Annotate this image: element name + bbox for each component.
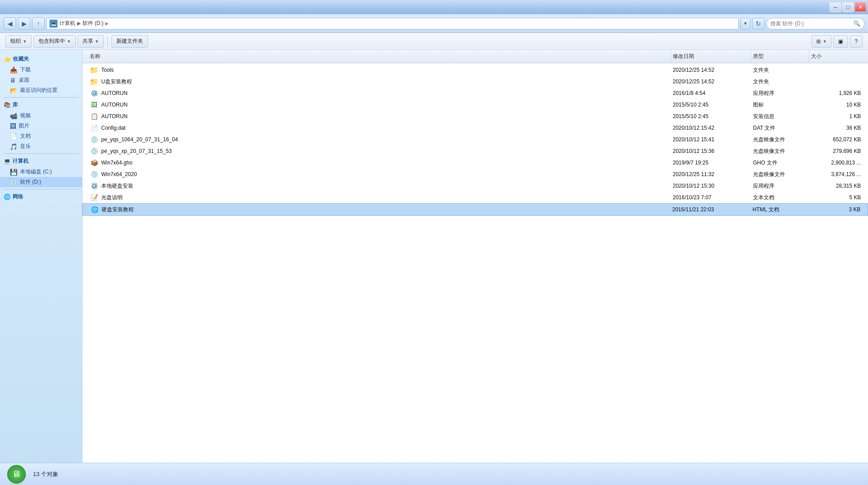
sidebar-videos-label: 视频 <box>20 112 31 119</box>
toolbar-include-button[interactable]: 包含到库中 ▼ <box>33 35 76 48</box>
sidebar-item-desktop[interactable]: 🖥 桌面 <box>0 75 82 85</box>
file-type-cell: 图标 <box>751 100 809 110</box>
back-button[interactable]: ◀ <box>4 17 16 30</box>
file-date-cell: 2015/5/10 2:45 <box>671 100 751 109</box>
sidebar-item-videos[interactable]: 📹 视频 <box>0 111 82 121</box>
sidebar-documents-label: 文档 <box>20 132 31 140</box>
file-type-cell: 文本文档 <box>751 193 809 203</box>
file-date-cell: 2016/10/23 7:07 <box>671 193 751 202</box>
sidebar-section-computer: 💻 计算机 💾 本地磁盘 (C:) 💿 软件 (D:) <box>0 156 82 187</box>
toolbar-newfolder-button[interactable]: 新建文件夹 <box>111 35 148 48</box>
sidebar-header-network[interactable]: 🌐 网络 <box>0 191 82 202</box>
file-name: AUTORUN <box>101 102 128 108</box>
sidebar-item-music[interactable]: 🎵 音乐 <box>0 141 82 152</box>
file-name-cell: 📄 Config.dat <box>88 122 671 134</box>
file-row[interactable]: 📝 光盘说明 2016/10/23 7:07 文本文档 5 KB <box>82 192 868 203</box>
file-icon: 📁 <box>90 77 99 86</box>
file-row[interactable]: 📋 AUTORUN 2015/5/10 2:45 安装信息 1 KB <box>82 111 868 122</box>
sidebar-item-downloads[interactable]: 📥 下载 <box>0 65 82 75</box>
library-icon: 📚 <box>4 102 11 108</box>
toolbar-organize-button[interactable]: 组织 ▼ <box>5 35 32 48</box>
sidebar-downloads-label: 下载 <box>20 66 31 74</box>
file-name-cell: 💿 Win7x64_2020 <box>88 169 671 180</box>
sidebar-header-computer[interactable]: 💻 计算机 <box>0 156 82 167</box>
toolbar-organize-label: 组织 <box>10 37 21 45</box>
file-icon: 💿 <box>90 147 99 156</box>
sidebar-computer-label: 计算机 <box>12 157 29 165</box>
file-size-cell: 5 KB <box>809 193 863 202</box>
sidebar-header-favorites[interactable]: ⭐ 收藏夹 <box>0 53 82 65</box>
file-icon: 🖼 <box>90 100 99 109</box>
sidebar-header-library[interactable]: 📚 库 <box>0 99 82 111</box>
file-name-cell: 📝 光盘说明 <box>88 192 671 203</box>
file-row[interactable]: 📦 Win7x64.gho 2019/9/7 19:25 GHO 文件 2,90… <box>82 157 868 169</box>
computer-icon: 💻 <box>4 158 11 164</box>
col-size[interactable]: 大小 <box>809 50 863 63</box>
music-icon: 🎵 <box>10 143 17 150</box>
search-input[interactable] <box>770 21 852 27</box>
sidebar-item-documents[interactable]: 📄 文档 <box>0 131 82 141</box>
toolbar-share-label: 共享 <box>82 37 93 45</box>
breadcrumb-computer[interactable]: 计算机 <box>59 20 75 27</box>
content-area: 名称 修改日期 类型 大小 📁 Tools 2020/12/25 14:52 文… <box>82 50 868 463</box>
breadcrumb-separator: ▶ <box>77 21 81 26</box>
file-icon: 💿 <box>90 170 99 179</box>
minimize-button[interactable]: ─ <box>830 2 841 12</box>
file-icon: 📝 <box>90 193 99 202</box>
file-row[interactable]: 📁 U盘安装教程 2020/12/25 14:52 文件夹 <box>82 76 868 87</box>
file-list: 📁 Tools 2020/12/25 14:52 文件夹 📁 U盘安装教程 20… <box>82 63 868 463</box>
forward-button[interactable]: ▶ <box>18 17 30 30</box>
sidebar-item-pictures[interactable]: 🖼 图片 <box>0 121 82 131</box>
file-name-cell: 🌐 硬盘安装教程 <box>88 204 671 215</box>
sidebar-library-label: 库 <box>12 101 18 109</box>
file-type-cell: 文件夹 <box>751 65 809 75</box>
file-row[interactable]: ⚙️ 本地硬盘安装 2020/10/12 15:30 应用程序 28,315 K… <box>82 180 868 192</box>
file-size-cell: 28,315 KB <box>809 181 863 190</box>
file-name-cell: 🖼 AUTORUN <box>88 99 671 111</box>
close-button[interactable]: ✕ <box>855 2 866 12</box>
main-area: ⭐ 收藏夹 📥 下载 🖥 桌面 📂 最近访问的位置 📚 库 � <box>0 50 868 463</box>
file-row[interactable]: 💿 pe_yqs_xp_20_07_31_15_53 2020/10/12 15… <box>82 145 868 157</box>
refresh-button[interactable]: ↻ <box>752 18 765 29</box>
breadcrumb[interactable]: 💻 计算机 ▶ 软件 (D:) ▶ <box>46 18 739 29</box>
file-name: pe_yqs_xp_20_07_31_15_53 <box>101 148 172 154</box>
col-date[interactable]: 修改日期 <box>671 50 751 63</box>
view-options-button[interactable]: ⊞ ▼ <box>811 35 831 48</box>
file-name-cell: 📁 Tools <box>88 64 671 76</box>
sidebar-item-drive-d[interactable]: 💿 软件 (D:) <box>0 177 82 187</box>
file-icon: 📋 <box>90 112 99 121</box>
file-name: Win7x64_2020 <box>101 171 137 177</box>
help-button[interactable]: ? <box>850 35 863 48</box>
file-name: U盘安装教程 <box>101 78 132 86</box>
sidebar-drive-c-label: 本地磁盘 (C:) <box>20 168 52 176</box>
col-type[interactable]: 类型 <box>751 50 809 63</box>
address-dropdown-button[interactable]: ▼ <box>740 18 750 29</box>
file-row[interactable]: 🌐 硬盘安装教程 2016/11/21 22:03 HTML 文档 3 KB <box>82 203 868 216</box>
file-row[interactable]: 📄 Config.dat 2020/10/12 15:42 DAT 文件 36 … <box>82 122 868 134</box>
preview-icon: ▣ <box>838 38 843 45</box>
preview-pane-button[interactable]: ▣ <box>833 35 848 48</box>
file-name-cell: 📦 Win7x64.gho <box>88 157 671 169</box>
file-row[interactable]: 💿 Win7x64_2020 2020/12/25 11:32 光盘映像文件 3… <box>82 169 868 180</box>
file-type-cell: 光盘映像文件 <box>751 146 809 156</box>
maximize-button[interactable]: □ <box>842 2 854 12</box>
sidebar-item-recent[interactable]: 📂 最近访问的位置 <box>0 85 82 95</box>
file-type-cell: HTML 文档 <box>751 205 809 215</box>
file-date-cell: 2016/11/21 22:03 <box>671 205 751 214</box>
file-size-cell: 3 KB <box>809 205 862 214</box>
file-row[interactable]: 📁 Tools 2020/12/25 14:52 文件夹 <box>82 64 868 76</box>
view-icon: ⊞ <box>816 38 821 45</box>
file-row[interactable]: 🖼 AUTORUN 2015/5/10 2:45 图标 10 KB <box>82 99 868 111</box>
file-row[interactable]: ⚙️ AUTORUN 2016/1/8 4:54 应用程序 1,926 KB <box>82 87 868 99</box>
toolbar-share-button[interactable]: 共享 ▼ <box>78 35 104 48</box>
documents-icon: 📄 <box>10 133 17 140</box>
toolbar: 组织 ▼ 包含到库中 ▼ 共享 ▼ 新建文件夹 ⊞ ▼ ▣ ? <box>0 33 868 50</box>
help-icon: ? <box>855 38 858 45</box>
file-row[interactable]: 💿 pe_yqs_1064_20_07_31_16_04 2020/10/12 … <box>82 134 868 145</box>
sidebar-desktop-label: 桌面 <box>19 76 29 84</box>
up-button[interactable]: ↑ <box>32 17 45 30</box>
file-size-cell <box>809 69 863 71</box>
sidebar-item-drive-c[interactable]: 💾 本地磁盘 (C:) <box>0 167 82 177</box>
col-name[interactable]: 名称 <box>88 50 671 63</box>
breadcrumb-drive[interactable]: 软件 (D:) <box>82 20 103 27</box>
